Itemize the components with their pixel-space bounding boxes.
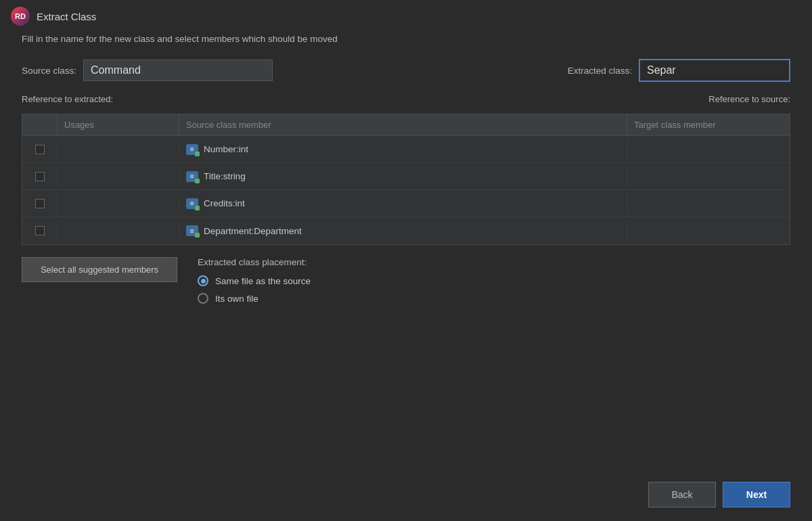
col-source: Source class member [179, 114, 627, 135]
col-usages: Usages [58, 114, 179, 135]
radio-own-file-indicator [198, 293, 208, 304]
table-row: ≡ Credits:int [22, 190, 790, 217]
table-row: ≡ Department:Department [22, 217, 790, 244]
member-label-4: Department:Department [204, 226, 302, 236]
member-icon-1: ≡ [186, 144, 198, 155]
next-button[interactable]: Next [723, 482, 790, 507]
member-label-2: Title:string [204, 171, 246, 181]
select-all-button[interactable]: Select all suggested members [22, 257, 177, 282]
member-label-1: Number:int [204, 144, 248, 154]
member-icon-3: ≡ [186, 198, 198, 209]
member-icon-2: ≡ [186, 171, 198, 182]
row-checkbox-3[interactable] [35, 199, 45, 208]
app-logo: RD [11, 7, 30, 26]
reference-extracted-label: Reference to extracted: [22, 94, 225, 104]
source-class-input [83, 60, 273, 81]
radio-same-file[interactable]: Same file as the source [198, 275, 790, 286]
extracted-class-input[interactable] [639, 59, 790, 82]
placement-section: Extracted class placement: Same file as … [198, 257, 790, 311]
radio-same-file-indicator [198, 275, 208, 286]
back-button[interactable]: Back [648, 482, 716, 507]
member-label-3: Credits:int [204, 198, 245, 208]
source-class-label: Source class: [22, 66, 76, 76]
table-row: ≡ Number:int [22, 136, 790, 163]
members-table: Usages Source class member Target class … [22, 114, 790, 245]
row-checkbox-4[interactable] [35, 226, 45, 235]
description-text: Fill in the name for the new class and s… [22, 34, 790, 44]
radio-own-file-label: Its own file [215, 294, 258, 304]
title-bar: RD Extract Class [0, 0, 812, 31]
extracted-class-label: Extracted class: [568, 66, 632, 76]
radio-own-file[interactable]: Its own file [198, 293, 790, 304]
reference-source-label: Reference to source: [708, 94, 790, 104]
radio-same-file-label: Same file as the source [215, 276, 311, 286]
row-checkbox-2[interactable] [35, 172, 45, 181]
col-target: Target class member [627, 114, 790, 135]
table-row: ≡ Title:string [22, 163, 790, 190]
member-icon-4: ≡ [186, 225, 198, 236]
row-checkbox-1[interactable] [35, 145, 45, 154]
window-title: Extract Class [37, 11, 96, 22]
placement-title: Extracted class placement: [198, 257, 790, 267]
